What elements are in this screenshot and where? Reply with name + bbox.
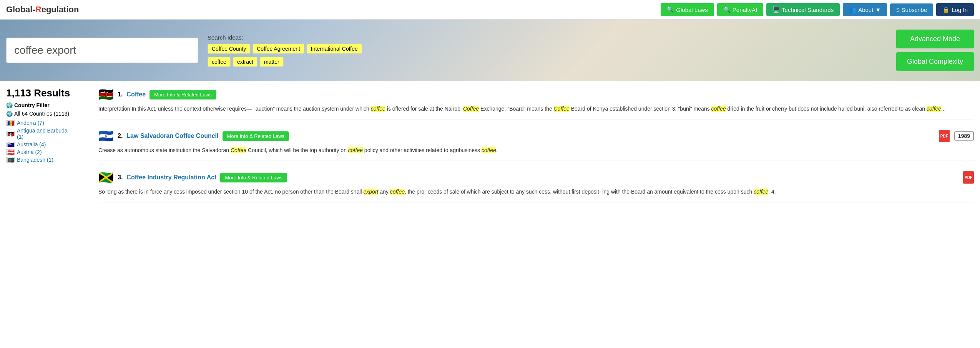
search-ideas-row2: coffee extract matter (208, 57, 362, 67)
logo-text-g: Global- (6, 5, 35, 14)
result-2-more-info-button[interactable]: More Info & Related Laws (223, 131, 289, 141)
idea-coffee[interactable]: coffee (208, 57, 231, 67)
result-2-title[interactable]: Law Salvadoran Coffee Council (126, 133, 218, 139)
flag-bangladesh: 🇧🇩 (6, 157, 15, 162)
logo: Global-Regulation (6, 5, 79, 15)
flag-andorra: 🇦🇩 (6, 120, 15, 126)
country-australia: 🇦🇺 Australia (4) (6, 141, 91, 147)
globe-icon: 🌍 (6, 102, 13, 108)
search-ideas-label: Search Ideas: (208, 34, 362, 41)
hero-section: Search Ideas: Coffee County Coffee Agree… (0, 20, 980, 81)
about-label: About (858, 7, 873, 13)
highlight-coffee-5: coffee (927, 106, 941, 112)
result-1-title[interactable]: Coffee (126, 91, 146, 98)
search-icon: 🔍 (667, 6, 674, 13)
about-icon: 👥 (849, 6, 856, 13)
sidebar: 1,113 Results 🌍 Country Filter 🌍 All 64 … (6, 87, 91, 212)
flag-antigua: 🇦🇬 (6, 131, 15, 136)
chevron-down-icon: ▼ (875, 7, 881, 13)
result-3-right: PDF (962, 171, 974, 184)
highlight-export-1: export (364, 189, 379, 195)
country-filter-label: 🌍 Country Filter (6, 102, 91, 108)
country-bangladesh-link[interactable]: Bangladesh (1) (17, 157, 53, 163)
highlight-coffee-10: coffee (754, 189, 768, 195)
result-2-snippet: Crease as autonomous state institution t… (98, 146, 974, 154)
highlight-coffee-9: coffee (390, 189, 405, 195)
result-1-num: 1. (118, 91, 123, 98)
result-3-snippet: So long as there is in force any cess im… (98, 188, 974, 196)
country-antigua: 🇦🇬 Antigua and Barbuda(1) (6, 128, 91, 140)
lock-icon: 🔒 (942, 6, 950, 13)
penalty-ai-button[interactable]: 🔍 PenaltyAI (717, 3, 763, 16)
result-1-title-row: 🇰🇪 1. Coffee More Info & Related Laws (98, 87, 974, 102)
year-badge-2: 1989 (954, 131, 974, 141)
highlight-coffee-1: coffee (371, 106, 385, 112)
search-ideas-row1: Coffee County Coffee Agreement Internati… (208, 44, 362, 54)
country-andorra-link[interactable]: Andorra (7) (17, 120, 44, 126)
highlight-coffee-4: coffee (711, 106, 726, 112)
main-content: 1,113 Results 🌍 Country Filter 🌍 All 64 … (0, 81, 980, 218)
technical-icon: 🖥️ (772, 6, 780, 13)
country-andorra: 🇦🇩 Andorra (7) (6, 120, 91, 126)
header: Global-Regulation 🔍 Global Laws 🔍 Penalt… (0, 0, 980, 20)
penalty-ai-label: PenaltyAI (733, 7, 757, 13)
result-3-more-info-button[interactable]: More Info & Related Laws (220, 173, 287, 182)
highlight-coffee-3: Coffee (554, 106, 570, 112)
technical-standards-label: Technical Standards (782, 7, 834, 13)
results-list: 🇰🇪 1. Coffee More Info & Related Laws In… (98, 87, 974, 212)
highlight-coffee-2: Coffee (463, 106, 479, 112)
country-antigua-link[interactable]: Antigua and Barbuda(1) (17, 128, 68, 140)
result-3-num: 3. (118, 174, 123, 181)
flag-jamaica: 🇯🇲 (98, 170, 114, 185)
idea-international-coffee[interactable]: International Coffee (307, 44, 362, 54)
search-input[interactable] (6, 38, 198, 63)
result-item-2: 🇸🇻 2. Law Salvadoran Coffee Council More… (98, 129, 974, 161)
dollar-icon: $ (896, 7, 899, 13)
flag-el-salvador: 🇸🇻 (98, 129, 114, 143)
result-2-right: PDF 1989 (937, 130, 974, 142)
idea-matter[interactable]: matter (260, 57, 284, 67)
subscribe-label: Subscribe (902, 7, 927, 13)
pdf-icon-2: PDF (939, 130, 950, 142)
about-button[interactable]: 👥 About ▼ (843, 3, 887, 16)
country-bangladesh: 🇧🇩 Bangladesh (1) (6, 157, 91, 163)
all-countries-item[interactable]: 🌍 All 64 Countries (1113) (6, 111, 91, 117)
result-1-more-info-button[interactable]: More Info & Related Laws (149, 90, 216, 99)
result-2-num: 2. (118, 133, 123, 139)
flag-kenya: 🇰🇪 (98, 87, 114, 102)
logo-text-r: R (35, 5, 42, 14)
logo-text-rest: egulation (42, 5, 79, 14)
subscribe-button[interactable]: $ Subscribe (890, 3, 933, 16)
result-3-title-row: 🇯🇲 3. Coffee Industry Regulation Act Mor… (98, 170, 974, 185)
technical-standards-button[interactable]: 🖥️ Technical Standards (766, 3, 840, 16)
result-2-title-row: 🇸🇻 2. Law Salvadoran Coffee Council More… (98, 129, 974, 143)
highlight-coffee-8: coffee (482, 147, 496, 153)
login-button[interactable]: 🔒 Log In (936, 3, 974, 16)
idea-extract[interactable]: extract (233, 57, 257, 67)
hero-buttons: Advanced Mode Global Complexity (896, 30, 974, 71)
flag-austria: 🇦🇹 (6, 149, 15, 155)
global-laws-button[interactable]: 🔍 Global Laws (661, 3, 714, 16)
result-3-title[interactable]: Coffee Industry Regulation Act (126, 174, 216, 181)
login-label: Log In (952, 7, 968, 13)
country-australia-link[interactable]: Australia (4) (17, 141, 46, 147)
global-complexity-button[interactable]: Global Complexity (896, 52, 974, 71)
advanced-mode-button[interactable]: Advanced Mode (896, 30, 974, 48)
pdf-icon-3: PDF (963, 171, 974, 184)
country-austria: 🇦🇹 Austria (2) (6, 149, 91, 155)
all-countries-link[interactable]: All 64 Countries (1113) (14, 111, 69, 117)
flag-australia: 🇦🇺 (6, 142, 15, 147)
result-1-snippet: Interpretation In this Act, unless the c… (98, 105, 974, 113)
highlight-coffee-7: coffee (348, 147, 363, 153)
result-item-3: 🇯🇲 3. Coffee Industry Regulation Act Mor… (98, 170, 974, 202)
globe-small-icon: 🌍 (6, 111, 13, 117)
idea-coffee-county[interactable]: Coffee County (208, 44, 250, 54)
result-item-1: 🇰🇪 1. Coffee More Info & Related Laws In… (98, 87, 974, 119)
idea-coffee-agreement[interactable]: Coffee Agreement (252, 44, 304, 54)
global-laws-label: Global Laws (676, 7, 708, 13)
penalty-icon: 🔍 (723, 6, 731, 13)
highlight-coffee-6: Coffee (231, 147, 246, 153)
results-count: 1,113 Results (6, 87, 91, 99)
search-ideas: Search Ideas: Coffee County Coffee Agree… (208, 34, 362, 67)
country-austria-link[interactable]: Austria (2) (17, 149, 42, 155)
